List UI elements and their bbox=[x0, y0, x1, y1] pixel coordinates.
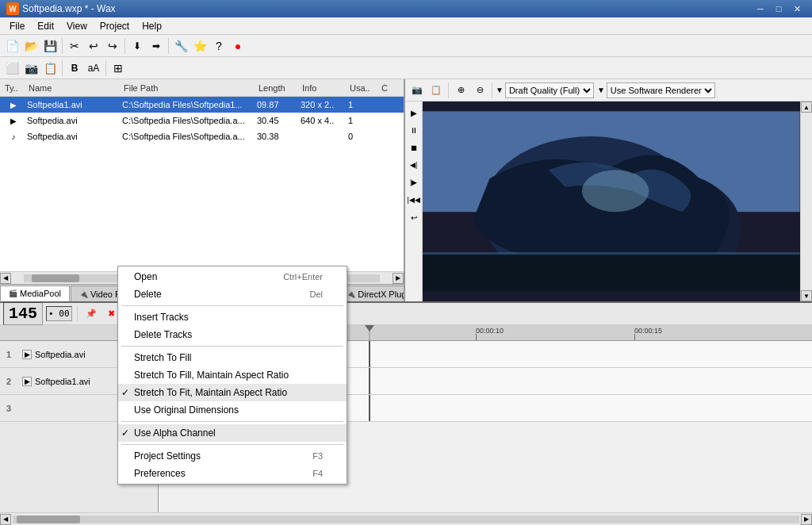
file-name-1: Softpedia1.avi bbox=[25, 100, 121, 109]
settings-icon[interactable]: 🔧 bbox=[172, 37, 190, 55]
ctx-stretch-fill[interactable]: Stretch To Fill bbox=[118, 349, 347, 366]
pause-btn[interactable]: ⏸ bbox=[406, 122, 422, 138]
tl-snap-icon[interactable]: 📌 bbox=[82, 305, 100, 323]
renderer-select[interactable]: Use Software Renderer bbox=[607, 82, 715, 98]
menu-view[interactable]: View bbox=[60, 19, 94, 33]
separator-1 bbox=[62, 38, 63, 54]
ctx-preferences[interactable]: Preferences F4 bbox=[118, 465, 347, 482]
loop-btn[interactable]: ↩ bbox=[406, 209, 422, 225]
new-icon[interactable]: 📄 bbox=[3, 37, 21, 55]
timeline-h-scrollbar[interactable]: ◀ ▶ bbox=[0, 512, 812, 525]
col-usage[interactable]: Usa.. bbox=[347, 83, 378, 93]
next-frame-btn[interactable]: |▶ bbox=[406, 174, 422, 190]
snapshot-icon[interactable]: 📷 bbox=[22, 59, 40, 77]
scroll-down-btn[interactable]: ▼ bbox=[801, 290, 812, 301]
file-row-1[interactable]: ▶ Softpedia1.avi C:\Softpedia Files\Soft… bbox=[0, 97, 404, 113]
ctx-sep-3 bbox=[121, 421, 343, 422]
zoom-in-icon[interactable]: ⊕ bbox=[452, 82, 469, 99]
ctx-stretch-fit-ar[interactable]: ✓ Stretch To Fit, Maintain Aspect Ratio bbox=[118, 384, 347, 401]
menu-project[interactable]: Project bbox=[94, 19, 136, 33]
scroll-up-btn[interactable]: ▲ bbox=[801, 102, 812, 113]
title-bar-buttons: ─ □ ✕ bbox=[752, 1, 806, 17]
v-scrollbar-preview[interactable]: ▲ ▼ bbox=[800, 102, 812, 301]
col-extra[interactable]: C bbox=[378, 83, 402, 93]
ctx-original-dim[interactable]: Use Original Dimensions bbox=[118, 401, 347, 419]
right-panel: 📷 📋 ⊕ ⊖ ▼ Draft Quality (Full) ▼ Use Sof… bbox=[404, 79, 812, 301]
play-btn[interactable]: ▶ bbox=[406, 105, 422, 121]
tl-scroll-thumb[interactable] bbox=[17, 515, 80, 523]
open-icon[interactable]: 📂 bbox=[22, 37, 40, 55]
tl-sep-1 bbox=[77, 306, 78, 322]
scroll-right-btn[interactable]: ▶ bbox=[393, 273, 404, 284]
scroll-thumb[interactable] bbox=[32, 274, 79, 282]
ctx-sep-1 bbox=[121, 305, 343, 306]
svg-point-4 bbox=[582, 170, 649, 212]
fps-display: • 00 bbox=[46, 306, 72, 321]
close-button[interactable]: ✕ bbox=[788, 1, 806, 17]
undo-icon[interactable]: ↩ bbox=[85, 37, 102, 55]
record-icon[interactable]: ● bbox=[229, 37, 247, 55]
tab-directx[interactable]: 🔌 DirectX Plugin:.. bbox=[338, 285, 404, 301]
ctx-open-label: Open bbox=[134, 271, 157, 282]
prev-frame-btn[interactable]: ◀| bbox=[406, 157, 422, 173]
menu-file[interactable]: File bbox=[3, 19, 31, 33]
ruler-mark-15: 00:00:15 bbox=[634, 327, 662, 335]
col-info[interactable]: Info bbox=[299, 83, 347, 93]
file-type-icon-3: ♪ bbox=[2, 128, 25, 144]
help-icon[interactable]: ? bbox=[210, 37, 228, 55]
col-name[interactable]: Name bbox=[25, 83, 121, 93]
ctx-delete-tracks[interactable]: Delete Tracks bbox=[118, 326, 347, 343]
export-icon[interactable]: ➡ bbox=[147, 37, 165, 55]
paste-icon[interactable]: 📋 bbox=[41, 59, 59, 77]
preview-snap-icon[interactable]: 📷 bbox=[408, 82, 426, 99]
tl-scroll-left[interactable]: ◀ bbox=[0, 514, 11, 525]
ctx-delete-shortcut: Del bbox=[309, 289, 323, 299]
preview-copy-icon[interactable]: 📋 bbox=[427, 82, 445, 99]
menu-edit[interactable]: Edit bbox=[31, 19, 60, 33]
tab-directx-label: DirectX Plugin:.. bbox=[358, 289, 404, 299]
col-type[interactable]: Ty.. bbox=[2, 83, 25, 93]
text-normal-icon[interactable]: aA bbox=[85, 59, 102, 77]
menu-help[interactable]: Help bbox=[136, 19, 168, 33]
tl-scroll-right[interactable]: ▶ bbox=[801, 514, 812, 525]
file-length-2: 30.45 bbox=[255, 116, 299, 125]
import-icon[interactable]: ⬇ bbox=[128, 37, 146, 55]
cut-icon[interactable]: ✂ bbox=[66, 37, 83, 55]
text-bold-icon[interactable]: B bbox=[66, 59, 83, 77]
ruler-tick-10 bbox=[476, 334, 477, 340]
select-icon[interactable]: ⬜ bbox=[3, 59, 21, 77]
star-icon[interactable]: ⭐ bbox=[191, 37, 209, 55]
separator-4 bbox=[62, 60, 63, 76]
track-expand-1[interactable]: ▶ bbox=[22, 350, 32, 359]
minimize-button[interactable]: ─ bbox=[752, 1, 769, 17]
track-expand-2[interactable]: ▶ bbox=[22, 377, 32, 386]
ctx-open[interactable]: Open Ctrl+Enter bbox=[118, 268, 347, 285]
redo-icon[interactable]: ↪ bbox=[104, 37, 121, 55]
grid-icon[interactable]: ⊞ bbox=[109, 59, 127, 77]
ctx-project-settings[interactable]: Project Settings F3 bbox=[118, 447, 347, 465]
ctx-alpha-channel[interactable]: ✓ Use Alpha Channel bbox=[118, 424, 347, 442]
col-filepath[interactable]: File Path bbox=[121, 83, 255, 93]
ctx-project-settings-label: Project Settings bbox=[134, 450, 201, 462]
col-length[interactable]: Length bbox=[255, 83, 299, 93]
ctx-project-settings-shortcut: F3 bbox=[312, 451, 323, 461]
file-row-3[interactable]: ♪ Softpedia.avi C:\Softpedia Files\Softp… bbox=[0, 128, 404, 144]
preview-toolbar: 📷 📋 ⊕ ⊖ ▼ Draft Quality (Full) ▼ Use Sof… bbox=[405, 79, 812, 102]
prev-btn[interactable]: |◀◀ bbox=[406, 192, 422, 208]
quality-select[interactable]: Draft Quality (Full) bbox=[505, 82, 594, 98]
save-icon[interactable]: 💾 bbox=[41, 37, 59, 55]
ctx-insert-tracks[interactable]: Insert Tracks bbox=[118, 308, 347, 326]
toolbar-2: ⬜ 📷 📋 B aA ⊞ bbox=[0, 57, 812, 79]
ctx-stretch-fill-ar[interactable]: Stretch To Fill, Maintain Aspect Ratio bbox=[118, 366, 347, 384]
tab-mediapool[interactable]: 🎬 MediaPool bbox=[0, 285, 70, 301]
maximize-button[interactable]: □ bbox=[770, 1, 787, 17]
ctx-delete[interactable]: Delete Del bbox=[118, 285, 347, 303]
tab-mediapool-label: MediaPool bbox=[20, 289, 61, 298]
file-row-2[interactable]: ▶ Softpedia.avi C:\Softpedia Files\Softp… bbox=[0, 113, 404, 128]
scroll-left-btn[interactable]: ◀ bbox=[0, 273, 11, 284]
track-num-3: 3 bbox=[6, 404, 22, 413]
stop-btn[interactable]: ⏹ bbox=[406, 140, 422, 155]
prev-sep-2 bbox=[492, 82, 492, 98]
zoom-out-icon[interactable]: ⊖ bbox=[471, 82, 488, 99]
file-type-icon-2: ▶ bbox=[2, 113, 25, 128]
